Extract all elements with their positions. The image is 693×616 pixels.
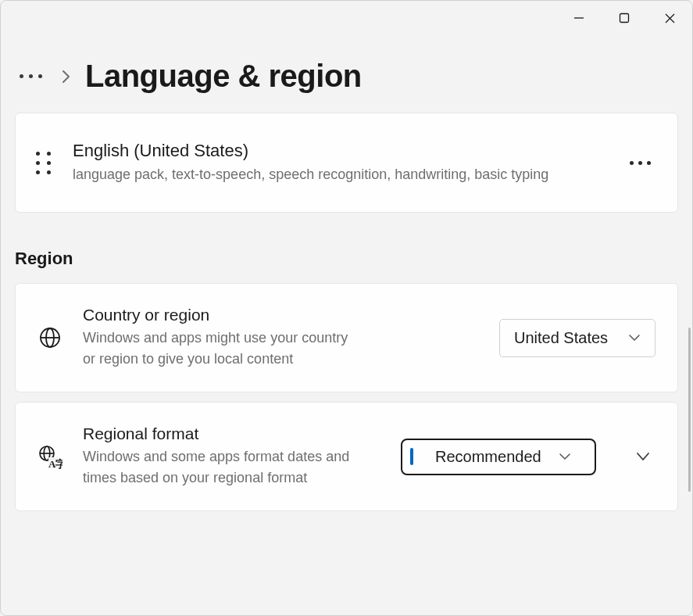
country-region-dropdown[interactable]: United States [499,319,655,357]
maximize-button[interactable] [602,1,647,35]
language-item-subtitle: language pack, text-to-speech, speech re… [73,164,602,185]
chevron-down-icon [559,453,571,460]
language-item[interactable]: English (United States) language pack, t… [15,113,678,213]
focus-accent [410,448,413,465]
globe-icon [38,326,63,349]
scrollbar-thumb[interactable] [688,328,691,492]
settings-window: Language & region English (United States… [0,0,693,616]
regional-format-text: Regional format Windows and some apps fo… [83,424,380,489]
chevron-right-icon [61,69,71,84]
minimize-button[interactable] [556,1,602,35]
language-item-text: English (United States) language pack, t… [73,141,602,185]
breadcrumb-overflow-button[interactable] [15,70,47,83]
country-region-row: Country or region Windows and apps might… [15,283,678,392]
language-item-title: English (United States) [73,141,602,161]
regional-format-row: A字 Regional format Windows and some apps… [15,402,678,511]
language-item-more-button[interactable] [623,155,657,171]
regional-format-value: Recommended [435,448,546,466]
country-region-subtitle: Windows and apps might use your country … [83,328,364,370]
region-section-header: Region [1,227,692,283]
country-region-text: Country or region Windows and apps might… [83,306,479,370]
chevron-down-icon [628,334,641,342]
country-region-value: United States [514,329,608,347]
breadcrumb: Language & region [1,35,692,113]
globe-translate-icon: A字 [38,444,63,469]
page-title: Language & region [85,59,362,94]
drag-handle-icon[interactable] [36,152,51,174]
regional-format-dropdown[interactable]: Recommended [401,439,596,475]
regional-format-title: Regional format [83,424,371,443]
regional-format-subtitle: Windows and some apps format dates and t… [83,446,364,489]
svg-rect-1 [620,14,629,23]
country-region-title: Country or region [83,306,470,324]
close-button[interactable] [647,1,692,35]
regional-format-expand-button[interactable] [616,446,655,467]
titlebar [1,1,692,35]
svg-text:A字: A字 [48,458,63,469]
